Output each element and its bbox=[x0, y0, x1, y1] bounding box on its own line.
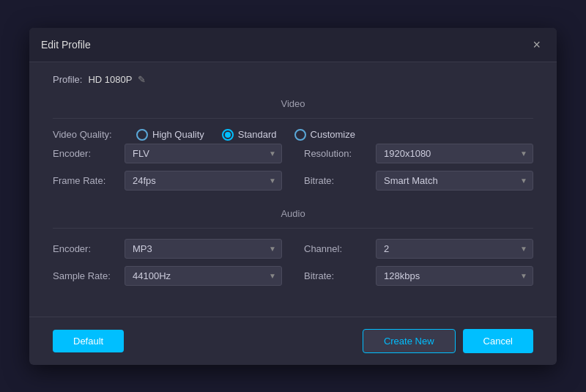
radio-customize[interactable]: Customize bbox=[294, 129, 355, 141]
channel-select-wrap: 1 2 bbox=[376, 239, 533, 259]
audio-bitrate-label: Bitrate: bbox=[304, 270, 370, 281]
video-section-label: Video bbox=[53, 98, 533, 109]
video-divider bbox=[53, 118, 533, 119]
video-encoder-label: Encoder: bbox=[53, 148, 119, 159]
channel-row: Channel: 1 2 bbox=[304, 239, 533, 259]
audio-encoder-select-wrap: MP3 AAC OGG WMA bbox=[125, 239, 282, 259]
video-bitrate-label: Bitrate: bbox=[304, 175, 370, 186]
profile-row: Profile: HD 1080P ✎ bbox=[53, 74, 533, 85]
profile-label: Profile: bbox=[53, 74, 82, 85]
right-buttons: Create New Cancel bbox=[363, 329, 533, 353]
video-bitrate-select[interactable]: Smart Match 1000kbps 2000kbps 4000kbps bbox=[376, 171, 533, 191]
video-bitrate-select-wrap: Smart Match 1000kbps 2000kbps 4000kbps bbox=[376, 171, 533, 191]
radio-circle-standard bbox=[222, 129, 234, 141]
audio-encoder-row: Encoder: MP3 AAC OGG WMA bbox=[53, 239, 282, 259]
vq-label: Video Quality: bbox=[53, 129, 119, 140]
resolution-label: Resolution: bbox=[304, 148, 370, 159]
title-bar: Edit Profile × bbox=[29, 28, 557, 62]
create-new-button[interactable]: Create New bbox=[363, 329, 456, 353]
video-encoder-row: Encoder: FLV H.264 H.265 MPEG-4 bbox=[53, 144, 282, 163]
radio-label-standard: Standard bbox=[238, 129, 277, 140]
sample-rate-label: Sample Rate: bbox=[53, 270, 119, 281]
edit-icon[interactable]: ✎ bbox=[138, 74, 146, 85]
channel-label: Channel: bbox=[304, 243, 370, 254]
video-bitrate-row: Bitrate: Smart Match 1000kbps 2000kbps 4… bbox=[304, 171, 533, 191]
radio-circle-customize bbox=[294, 129, 306, 141]
section-gap bbox=[53, 193, 533, 208]
radio-label-high: High Quality bbox=[152, 129, 204, 140]
video-quality-group: Video Quality: High Quality Standard Cus… bbox=[53, 129, 533, 141]
audio-bitrate-select-wrap: 128kbps 64kbps 192kbps 256kbps 320kbps bbox=[376, 266, 533, 286]
resolution-select-wrap: 1920x1080 1280x720 854x480 640x360 bbox=[376, 144, 533, 163]
sample-rate-select[interactable]: 44100Hz 22050Hz 48000Hz bbox=[125, 266, 282, 286]
dialog-body: Profile: HD 1080P ✎ Video Video Quality:… bbox=[29, 62, 557, 317]
video-encoder-select-wrap: FLV H.264 H.265 MPEG-4 bbox=[125, 144, 282, 163]
video-form-grid: Encoder: FLV H.264 H.265 MPEG-4 Resoluti… bbox=[53, 144, 533, 191]
video-encoder-select[interactable]: FLV H.264 H.265 MPEG-4 bbox=[125, 144, 282, 163]
dialog-title: Edit Profile bbox=[41, 39, 91, 51]
close-button[interactable]: × bbox=[528, 37, 545, 53]
frame-rate-select-wrap: 24fps 25fps 30fps 60fps bbox=[125, 171, 282, 191]
audio-form-grid: Encoder: MP3 AAC OGG WMA Channel: 1 2 bbox=[53, 239, 533, 286]
profile-value: HD 1080P bbox=[88, 74, 132, 85]
audio-encoder-select[interactable]: MP3 AAC OGG WMA bbox=[125, 239, 282, 259]
frame-rate-row: Frame Rate: 24fps 25fps 30fps 60fps bbox=[53, 171, 282, 191]
sample-rate-select-wrap: 44100Hz 22050Hz 48000Hz bbox=[125, 266, 282, 286]
radio-circle-high bbox=[136, 129, 148, 141]
cancel-button[interactable]: Cancel bbox=[463, 329, 533, 353]
resolution-select[interactable]: 1920x1080 1280x720 854x480 640x360 bbox=[376, 144, 533, 163]
channel-select[interactable]: 1 2 bbox=[376, 239, 533, 259]
radio-label-customize: Customize bbox=[311, 129, 355, 140]
audio-bitrate-row: Bitrate: 128kbps 64kbps 192kbps 256kbps … bbox=[304, 266, 533, 286]
audio-bitrate-select[interactable]: 128kbps 64kbps 192kbps 256kbps 320kbps bbox=[376, 266, 533, 286]
audio-encoder-label: Encoder: bbox=[53, 243, 119, 254]
sample-rate-row: Sample Rate: 44100Hz 22050Hz 48000Hz bbox=[53, 266, 282, 286]
default-button[interactable]: Default bbox=[53, 330, 124, 352]
radio-high-quality[interactable]: High Quality bbox=[136, 129, 204, 141]
frame-rate-label: Frame Rate: bbox=[53, 175, 119, 186]
frame-rate-select[interactable]: 24fps 25fps 30fps 60fps bbox=[125, 171, 282, 191]
audio-divider bbox=[53, 228, 533, 229]
dialog-footer: Default Create New Cancel bbox=[29, 317, 557, 365]
radio-standard[interactable]: Standard bbox=[222, 129, 277, 141]
audio-section-label: Audio bbox=[53, 208, 533, 219]
edit-profile-dialog: Edit Profile × Profile: HD 1080P ✎ Video… bbox=[29, 28, 557, 365]
resolution-row: Resolution: 1920x1080 1280x720 854x480 6… bbox=[304, 144, 533, 163]
